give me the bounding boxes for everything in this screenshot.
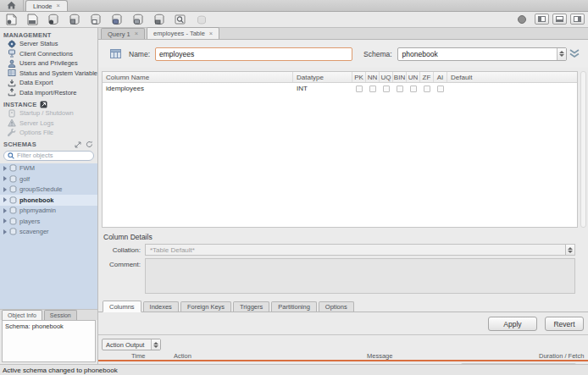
stepper-icon[interactable]: [565, 245, 574, 255]
search-objects-icon[interactable]: [174, 14, 187, 26]
expander-icon[interactable]: [3, 218, 7, 223]
pk-checkbox[interactable]: [352, 85, 366, 92]
sidebar-item-label: Server Status: [19, 40, 58, 47]
uq-header[interactable]: UQ: [380, 72, 393, 82]
editor-tab-label: Query 1: [108, 30, 130, 38]
schema-item-phonebook[interactable]: phonebook: [0, 195, 97, 206]
sidebar-item-startup-shutdown[interactable]: Startup / Shutdown: [0, 108, 97, 119]
time-header[interactable]: Time: [131, 352, 145, 360]
duration-fetch-header[interactable]: Duration / Fetch: [539, 352, 584, 360]
editor-tab-label: employees - Table: [153, 30, 205, 37]
table-editor-header: Name: Schema: phonebook: [98, 40, 588, 68]
sidebar-item-users-privileges[interactable]: Users and Privileges: [0, 58, 97, 69]
un-checkbox[interactable]: [407, 85, 420, 92]
home-tab[interactable]: [0, 0, 24, 11]
new-sql-tab-icon[interactable]: [4, 14, 18, 26]
sidebar-item-label: Client Connections: [19, 50, 73, 58]
create-procedure-icon[interactable]: [110, 14, 124, 26]
users-privileges-icon: [8, 59, 16, 68]
create-schema-icon[interactable]: [47, 14, 60, 26]
schema-item-fwm[interactable]: FWM: [0, 163, 97, 174]
message-header[interactable]: Message: [367, 352, 392, 360]
revert-button[interactable]: Revert: [545, 317, 584, 331]
bin-header[interactable]: BIN: [393, 72, 407, 82]
schema-item-phpmyadmin[interactable]: phpmyadmin: [0, 206, 97, 217]
connection-tab-linode[interactable]: Linode ×: [25, 0, 68, 11]
pk-header[interactable]: PK: [352, 72, 366, 82]
tab-query-1[interactable]: Query 1 ×: [101, 28, 145, 39]
zf-checkbox[interactable]: [420, 85, 434, 92]
nn-checkbox[interactable]: [366, 85, 380, 92]
expander-icon[interactable]: [3, 166, 7, 171]
ai-checkbox[interactable]: [434, 85, 447, 92]
sidebar-item-server-logs[interactable]: Server Logs: [0, 119, 97, 129]
tab-options[interactable]: Options: [319, 301, 354, 312]
apply-button[interactable]: Apply: [488, 317, 537, 331]
schemas-expand-icon[interactable]: [75, 141, 81, 148]
collapse-header-chevron-icon[interactable]: [569, 49, 580, 58]
action-output-select[interactable]: Action Output: [102, 339, 161, 350]
main-toolbar: [0, 12, 588, 28]
schema-select[interactable]: phonebook: [397, 47, 567, 61]
stepper-icon[interactable]: [151, 339, 160, 350]
schema-filter-input[interactable]: [17, 152, 85, 159]
toggle-left-sidebar-button[interactable]: [535, 14, 549, 25]
create-table-icon[interactable]: [68, 14, 81, 26]
close-icon[interactable]: ×: [135, 30, 138, 37]
toggle-right-sidebar-button[interactable]: [570, 14, 585, 25]
datatype-header[interactable]: Datatype: [293, 72, 352, 82]
expander-icon[interactable]: [3, 187, 7, 192]
table-row[interactable]: idemployees INT: [103, 83, 577, 94]
schemas-refresh-icon[interactable]: [86, 141, 93, 148]
tab-employees-table[interactable]: employees - Table ×: [147, 27, 219, 39]
ai-header[interactable]: AI: [434, 72, 447, 82]
toggle-bottom-panel-button[interactable]: [552, 14, 567, 25]
column-name-cell[interactable]: idemployees: [103, 85, 293, 92]
expander-icon[interactable]: [3, 208, 7, 213]
tab-triggers[interactable]: Triggers: [233, 301, 269, 312]
schema-item-golf[interactable]: golf: [0, 174, 97, 185]
action-header[interactable]: Action: [174, 352, 191, 360]
expander-icon[interactable]: [3, 197, 7, 202]
comment-textarea[interactable]: [145, 258, 575, 294]
nn-header[interactable]: NN: [366, 72, 380, 82]
table-name-input[interactable]: [155, 47, 352, 61]
create-function-icon[interactable]: [131, 14, 145, 26]
schema-item-scavenger[interactable]: scavenger: [0, 227, 97, 238]
drop-object-icon[interactable]: [153, 14, 166, 26]
un-header[interactable]: UN: [407, 72, 420, 82]
stepper-icon[interactable]: [557, 48, 566, 60]
bin-checkbox[interactable]: [393, 85, 407, 92]
sidebar-item-status-system-variables[interactable]: Status and System Variables: [0, 69, 97, 79]
reconnect-db-icon[interactable]: [195, 14, 208, 26]
column-name-header[interactable]: Column Name: [103, 72, 293, 82]
collation-select[interactable]: *Table Default*: [145, 244, 575, 256]
schema-item-players[interactable]: players: [0, 216, 97, 227]
sidebar-item-options-file[interactable]: Options File: [0, 128, 97, 138]
sidebar-item-server-status[interactable]: Server Status: [0, 39, 97, 49]
open-sql-script-icon[interactable]: [25, 14, 39, 26]
expander-icon[interactable]: [3, 176, 7, 181]
tab-indexes[interactable]: Indexes: [143, 301, 179, 312]
schema-item-groupschedule[interactable]: groupSchedule: [0, 185, 97, 196]
sidebar-item-data-import-restore[interactable]: Data Import/Restore: [0, 88, 97, 98]
close-icon[interactable]: ×: [209, 30, 213, 37]
uq-checkbox[interactable]: [380, 85, 393, 92]
grid-scrollbar[interactable]: [580, 71, 586, 228]
tab-columns[interactable]: Columns: [103, 301, 141, 312]
tab-object-info[interactable]: Object Info: [2, 310, 42, 320]
tab-session[interactable]: Session: [44, 310, 77, 320]
tab-partitioning[interactable]: Partitioning: [271, 301, 317, 312]
close-icon[interactable]: ×: [57, 3, 60, 9]
connection-tab-label: Linode: [33, 3, 53, 10]
tab-foreign-keys[interactable]: Foreign Keys: [180, 301, 231, 312]
zf-header[interactable]: ZF: [420, 72, 434, 82]
schema-label: players: [19, 218, 40, 225]
datatype-cell[interactable]: INT: [293, 85, 352, 92]
schema-icon: [9, 218, 17, 225]
default-header[interactable]: Default: [447, 72, 577, 82]
sidebar-item-client-connections[interactable]: Client Connections: [0, 49, 97, 59]
sidebar-item-data-export[interactable]: Data Export: [0, 78, 97, 88]
expander-icon[interactable]: [3, 229, 7, 234]
create-view-icon[interactable]: [89, 14, 103, 26]
